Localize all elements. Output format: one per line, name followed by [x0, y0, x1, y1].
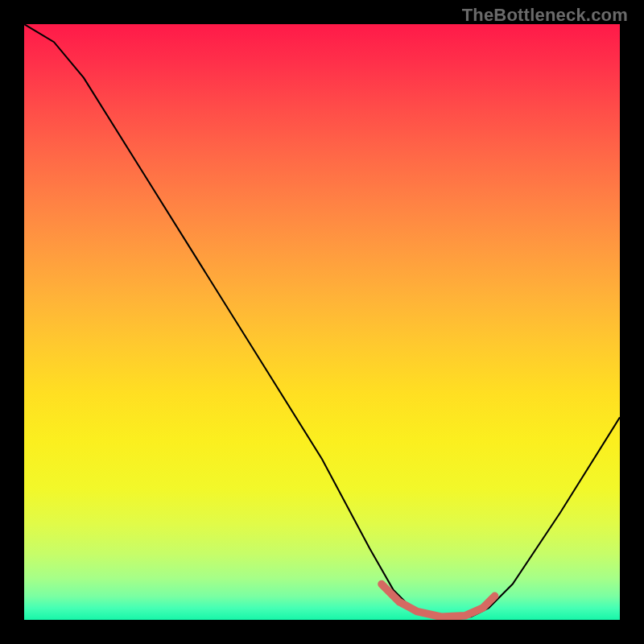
plot-area: [24, 24, 620, 620]
recommended-range-curve: [382, 584, 495, 617]
watermark-text: TheBottleneck.com: [462, 5, 628, 26]
bottleneck-curve: [24, 24, 620, 617]
chart-svg: [24, 24, 620, 620]
